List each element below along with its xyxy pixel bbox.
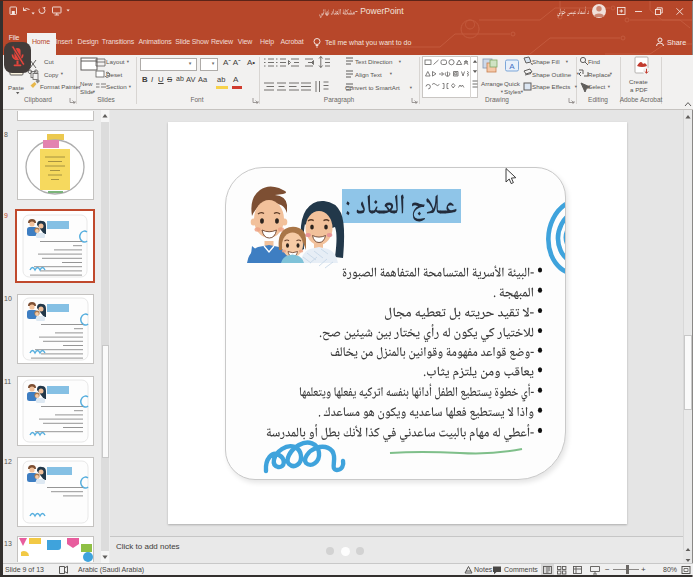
svg-text:A: A bbox=[509, 62, 515, 71]
